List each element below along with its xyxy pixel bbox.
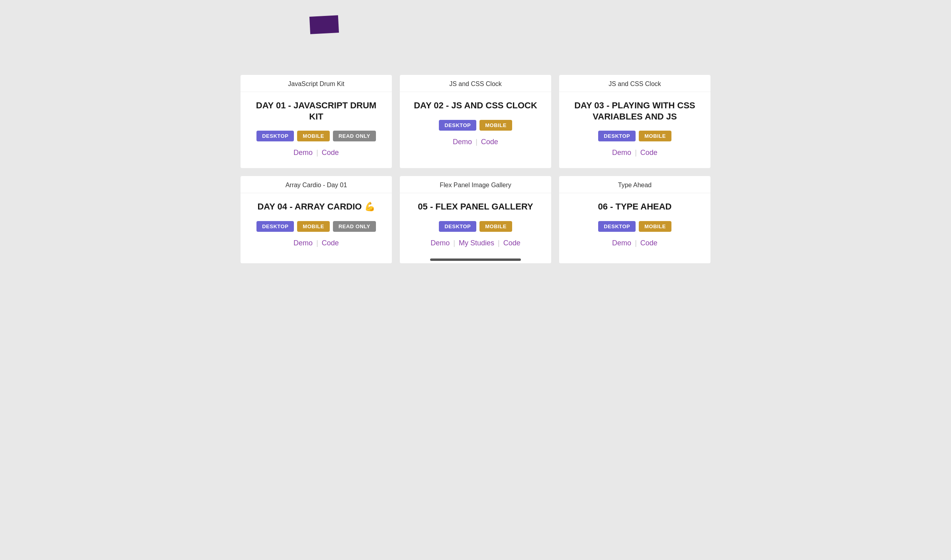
card-category: Flex Panel Image Gallery [400,176,551,193]
demo-link[interactable]: Demo [453,138,472,146]
card-title: DAY 02 - JS AND CSS CLOCK [414,100,537,111]
card-links: Demo | Code [612,239,657,247]
badge-mobile: MOBILE [297,221,330,232]
badges-container: DESKTOPMOBILE [439,221,512,232]
badge-mobile: MOBILE [479,221,512,232]
code-link[interactable]: Code [322,149,339,157]
card-category: JavaScript Drum Kit [241,75,392,92]
card-body: DAY 04 - ARRAY CARDIO 💪 DESKTOPMOBILEREA… [241,193,392,263]
card-links: Demo | Code [612,149,657,157]
card-links: Demo | Code [453,138,498,146]
badges-container: DESKTOPMOBILEREAD ONLY [256,221,376,232]
logo-banner [309,15,339,34]
code-link[interactable]: Code [640,239,657,247]
card-body: 06 - TYPE AHEAD DESKTOPMOBILE Demo | Cod… [559,193,710,263]
badges-container: DESKTOPMOBILE [598,131,671,141]
card-title: DAY 04 - ARRAY CARDIO 💪 [257,201,375,212]
logo-section [241,16,408,43]
cards-grid: JavaScript Drum Kit DAY 01 - JAVASCRIPT … [241,75,710,263]
badge-readonly: READ ONLY [333,221,376,232]
demo-link[interactable]: Demo [430,239,450,247]
demo-link[interactable]: Demo [294,149,313,157]
badge-desktop: DESKTOP [598,131,636,141]
card-links: Demo | Code [294,149,339,157]
scroll-indicator [430,258,521,261]
studies-link[interactable]: My Studies [459,239,494,247]
card-1: JavaScript Drum Kit DAY 01 - JAVASCRIPT … [241,75,392,168]
card-category: Array Cardio - Day 01 [241,176,392,193]
card-category: Type Ahead [559,176,710,193]
badge-desktop: DESKTOP [256,221,294,232]
demo-link[interactable]: Demo [612,239,631,247]
card-4: Array Cardio - Day 01 DAY 04 - ARRAY CAR… [241,176,392,263]
card-body: DAY 01 - JAVASCRIPT DRUM KIT DESKTOPMOBI… [241,92,392,168]
badges-container: DESKTOPMOBILE [598,221,671,232]
card-title: 06 - TYPE AHEAD [598,201,671,212]
card-5: Flex Panel Image Gallery 05 - FLEX PANEL… [400,176,551,263]
badge-desktop: DESKTOP [439,120,476,131]
code-link[interactable]: Code [481,138,498,146]
badge-desktop: DESKTOP [256,131,294,141]
demo-link[interactable]: Demo [294,239,313,247]
card-category: JS and CSS Clock [400,75,551,92]
code-link[interactable]: Code [640,149,657,157]
card-6: Type Ahead 06 - TYPE AHEAD DESKTOPMOBILE… [559,176,710,263]
card-links: Demo | My Studies | Code [430,239,521,247]
card-3: JS and CSS Clock DAY 03 - PLAYING WITH C… [559,75,710,168]
badge-readonly: READ ONLY [333,131,376,141]
card-body: DAY 03 - PLAYING WITH CSS VARIABLES AND … [559,92,710,168]
card-2: JS and CSS Clock DAY 02 - JS AND CSS CLO… [400,75,551,168]
badges-container: DESKTOPMOBILE [439,120,512,131]
card-body: DAY 02 - JS AND CSS CLOCK DESKTOPMOBILE … [400,92,551,168]
card-category: JS and CSS Clock [559,75,710,92]
card-body: 05 - FLEX PANEL GALLERY DESKTOPMOBILE De… [400,193,551,258]
badge-mobile: MOBILE [297,131,330,141]
badge-mobile: MOBILE [639,131,671,141]
card-title: DAY 01 - JAVASCRIPT DRUM KIT [250,100,382,122]
card-title: DAY 03 - PLAYING WITH CSS VARIABLES AND … [569,100,701,122]
badge-mobile: MOBILE [479,120,512,131]
badge-mobile: MOBILE [639,221,671,232]
code-link[interactable]: Code [322,239,339,247]
badges-container: DESKTOPMOBILEREAD ONLY [256,131,376,141]
card-links: Demo | Code [294,239,339,247]
badge-desktop: DESKTOP [598,221,636,232]
code-link[interactable]: Code [503,239,521,247]
badge-desktop: DESKTOP [439,221,476,232]
header [241,16,710,43]
card-title: 05 - FLEX PANEL GALLERY [418,201,533,212]
page-wrapper: JavaScript Drum Kit DAY 01 - JAVASCRIPT … [217,0,734,279]
demo-link[interactable]: Demo [612,149,631,157]
